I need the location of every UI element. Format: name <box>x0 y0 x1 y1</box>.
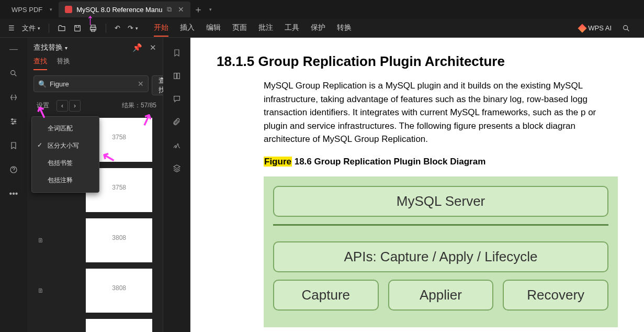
replace-tab[interactable]: 替换 <box>57 57 70 70</box>
chevron-down-icon: ▾ <box>50 7 52 12</box>
svg-point-8 <box>12 123 14 125</box>
open-icon[interactable] <box>54 22 69 35</box>
search-result-row[interactable]: 🗎3808 <box>33 265 156 316</box>
tab-insert[interactable]: 插入 <box>180 20 195 37</box>
pdf-page: 18.1.5 Group Replication Plugin Architec… <box>190 38 644 332</box>
search-box: 🔍 ✕ <box>33 75 149 92</box>
thumbnails-icon[interactable] <box>171 70 183 82</box>
settings-sliders-icon[interactable] <box>6 114 21 129</box>
tab-page[interactable]: 页面 <box>232 20 247 37</box>
tab-annotate[interactable]: 批注 <box>258 20 273 37</box>
figure-caption: Figure 18.6 Group Replication Plugin Blo… <box>264 157 618 167</box>
document-side-rail <box>163 38 190 332</box>
svg-rect-11 <box>177 73 179 79</box>
find-panel-title: 查找替换 ▾ <box>33 43 67 52</box>
figure-diagram: MySQL Server APIs: Capture / Apply / Lif… <box>264 176 618 327</box>
result-count: 结果：57/85 <box>122 101 156 110</box>
svg-rect-3 <box>92 29 95 31</box>
document-tab[interactable]: MySQL 8.0 Reference Manu ⧉ ✕ <box>59 2 190 17</box>
tab-start[interactable]: 开始 <box>154 20 168 37</box>
svg-point-4 <box>624 25 628 29</box>
svg-point-6 <box>12 119 13 120</box>
result-page-number: 3808 <box>86 269 152 313</box>
diagram-box-capture: Capture <box>273 280 379 311</box>
help-icon[interactable] <box>6 162 21 177</box>
highlighted-match: Figure <box>264 157 292 167</box>
document-tab-label: MySQL 8.0 Reference Manu <box>76 6 162 14</box>
tab-edit[interactable]: 编辑 <box>206 20 221 37</box>
bookmark-outline-icon[interactable] <box>171 47 183 59</box>
body-paragraph: MySQL Group Replication is a MySQL plugi… <box>264 79 618 146</box>
option-match-case[interactable]: ✓ 区分大小写 <box>32 137 99 154</box>
left-icon-rail: — ••• <box>0 38 27 332</box>
diagram-divider <box>273 224 608 226</box>
result-page-number: 3808 <box>86 218 152 262</box>
svg-rect-10 <box>174 73 176 79</box>
bookmark-rail-icon[interactable] <box>6 138 21 153</box>
tab-tools[interactable]: 工具 <box>285 20 299 37</box>
diagram-box-recovery: Recovery <box>503 280 608 311</box>
search-settings-menu: 全词匹配 ✓ 区分大小写 包括书签 包括注释 <box>31 116 99 193</box>
diagram-box-applier: Applier <box>388 280 494 311</box>
next-result-button[interactable]: › <box>69 100 81 112</box>
document-view[interactable]: 18.1.5 Group Replication Plugin Architec… <box>190 38 644 332</box>
tab-list-dropdown-icon[interactable]: ▾ <box>209 7 212 12</box>
separator <box>49 24 49 33</box>
prev-result-button[interactable]: ‹ <box>57 100 68 112</box>
option-include-bookmarks[interactable]: 包括书签 <box>32 154 99 172</box>
toolbar: ☰ 文件 ▾ ↶ ↷ ▾ 开始 插入 编辑 页面 批注 工具 保护 转换 WPS… <box>0 19 644 38</box>
layers-icon[interactable] <box>171 162 183 174</box>
search-result-row[interactable]: 🗎Figure 183810 <box>33 316 156 332</box>
check-icon: ✓ <box>37 141 42 149</box>
page-icon: 🗎 <box>38 287 44 294</box>
option-whole-word[interactable]: 全词匹配 <box>32 120 99 137</box>
present-icon[interactable]: ⧉ <box>167 5 172 14</box>
add-tab-button[interactable]: ＋ <box>190 3 206 16</box>
ai-logo-icon <box>578 24 587 32</box>
chevron-down-icon: ▾ <box>38 26 40 31</box>
home-tab[interactable]: WPS PDF ▾ <box>5 2 59 17</box>
svg-point-7 <box>14 121 16 123</box>
wps-ai-button[interactable]: WPS AI <box>579 24 612 32</box>
tab-bar: WPS PDF ▾ MySQL 8.0 Reference Manu ⧉ ✕ ＋… <box>0 0 644 19</box>
svg-rect-0 <box>75 25 81 31</box>
tab-convert[interactable]: 转换 <box>337 20 352 37</box>
search-result-row[interactable]: 🗎3808 <box>33 215 156 265</box>
chevron-down-icon[interactable]: ▾ <box>65 45 67 51</box>
compare-icon[interactable] <box>6 90 21 105</box>
file-menu[interactable]: 文件 ▾ <box>19 21 43 35</box>
signature-icon[interactable] <box>171 139 183 151</box>
find-tab[interactable]: 查找 <box>33 57 47 70</box>
pdf-icon <box>65 6 72 13</box>
page-icon: 🗎 <box>38 237 44 244</box>
undo-icon[interactable]: ↶ <box>111 22 123 34</box>
diagram-box-apis: APIs: Capture / Apply / Lifecycle <box>273 241 608 272</box>
tab-protect[interactable]: 保护 <box>311 20 325 37</box>
home-tab-label: WPS PDF <box>12 6 42 14</box>
redo-icon[interactable]: ↷ ▾ <box>125 22 141 34</box>
search-input[interactable] <box>50 80 138 88</box>
menu-icon[interactable]: ☰ <box>5 22 18 34</box>
pin-icon[interactable]: 📌 <box>132 43 142 52</box>
attachment-icon[interactable] <box>171 116 183 128</box>
section-heading: 18.1.5 Group Replication Plugin Architec… <box>217 53 618 70</box>
svg-point-5 <box>11 71 15 75</box>
clear-input-icon[interactable]: ✕ <box>138 80 144 88</box>
more-icon[interactable]: ••• <box>6 186 21 201</box>
wps-ai-label: WPS AI <box>588 24 612 32</box>
option-include-comments[interactable]: 包括注释 <box>32 172 99 189</box>
file-menu-label: 文件 <box>22 24 36 33</box>
print-icon[interactable] <box>86 22 100 35</box>
search-icon[interactable] <box>619 22 634 35</box>
search-tool-icon[interactable] <box>6 66 21 81</box>
comment-icon[interactable] <box>171 93 183 105</box>
collapse-icon[interactable]: — <box>6 42 21 57</box>
save-icon[interactable] <box>70 22 85 35</box>
separator <box>106 24 106 33</box>
ribbon-tabs: 开始 插入 编辑 页面 批注 工具 保护 转换 <box>154 20 352 37</box>
result-page-number: 3810 <box>86 319 152 332</box>
close-tab-icon[interactable]: ✕ <box>178 5 184 14</box>
search-settings-button[interactable]: 设置 <box>33 99 52 112</box>
close-panel-icon[interactable]: ✕ <box>150 43 156 52</box>
search-icon: 🔍 <box>38 80 47 88</box>
